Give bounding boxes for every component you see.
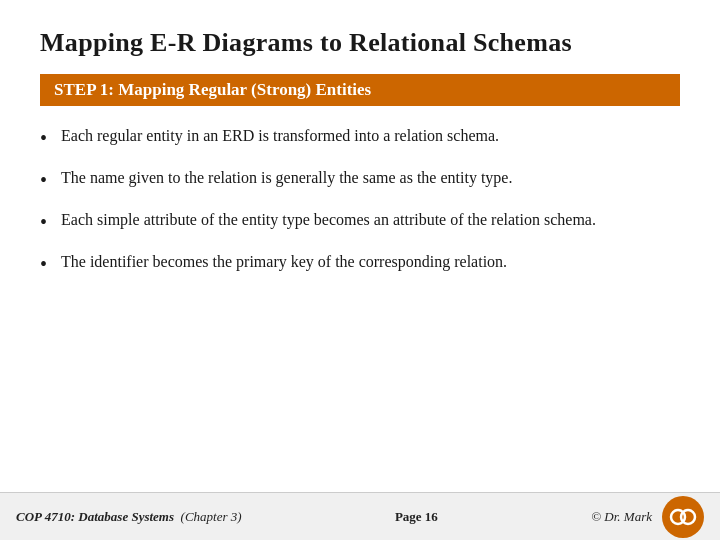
- slide-title: Mapping E-R Diagrams to Relational Schem…: [0, 0, 720, 74]
- bullet-text: The name given to the relation is genera…: [61, 166, 512, 191]
- list-item: • The name given to the relation is gene…: [40, 166, 680, 194]
- list-item: • Each simple attribute of the entity ty…: [40, 208, 680, 236]
- list-item: • The identifier becomes the primary key…: [40, 250, 680, 278]
- footer-author: © Dr. Mark: [591, 509, 652, 525]
- footer-page: Page 16: [395, 509, 438, 525]
- bullet-dot: •: [40, 124, 47, 152]
- footer-chapter: (Chapter 3): [181, 509, 242, 524]
- bullet-list: • Each regular entity in an ERD is trans…: [40, 124, 680, 278]
- bullet-dot: •: [40, 250, 47, 278]
- bullet-dot: •: [40, 166, 47, 194]
- list-item: • Each regular entity in an ERD is trans…: [40, 124, 680, 152]
- bullet-text: Each simple attribute of the entity type…: [61, 208, 596, 233]
- bullet-dot: •: [40, 208, 47, 236]
- content-area: STEP 1: Mapping Regular (Strong) Entitie…: [0, 74, 720, 492]
- step-header: STEP 1: Mapping Regular (Strong) Entitie…: [40, 74, 680, 106]
- slide: Mapping E-R Diagrams to Relational Schem…: [0, 0, 720, 540]
- footer-course: COP 4710: Database Systems: [16, 509, 174, 524]
- footer: COP 4710: Database Systems (Chapter 3) P…: [0, 492, 720, 540]
- footer-logo: [662, 496, 704, 538]
- svg-point-1: [681, 510, 695, 524]
- bullet-text: Each regular entity in an ERD is transfo…: [61, 124, 499, 149]
- footer-left: COP 4710: Database Systems (Chapter 3): [16, 509, 242, 525]
- footer-end: © Dr. Mark: [591, 496, 704, 538]
- bullet-text: The identifier becomes the primary key o…: [61, 250, 507, 275]
